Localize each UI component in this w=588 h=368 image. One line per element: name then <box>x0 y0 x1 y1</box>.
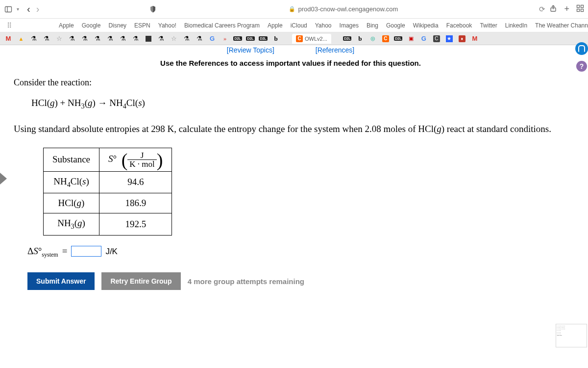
forward-button[interactable]: › <box>36 3 40 15</box>
answer-row: ΔS°system = J/K <box>27 244 567 259</box>
bookmark-item[interactable]: Yahoo <box>315 22 332 29</box>
apps-grid-icon[interactable]: ⠿ <box>7 22 12 29</box>
bookmark-item[interactable]: Disney <box>108 22 126 29</box>
table-header-entropy: S° (JK · mol) <box>99 148 172 171</box>
tab[interactable]: ★ <box>444 34 455 44</box>
tab[interactable] <box>79 34 90 44</box>
url-text: prod03-cnow-owl.cengagenow.com <box>298 5 398 13</box>
table-row: HCl(g) 186.9 <box>44 193 172 213</box>
entropy-table: Substance S° (JK · mol) NH4Cl(s) 94.6 HC… <box>43 148 172 236</box>
svg-rect-0 <box>5 6 12 12</box>
retry-button[interactable]: Retry Entire Group <box>101 272 180 290</box>
lock-icon: 🔒 <box>289 6 295 12</box>
tab[interactable] <box>156 34 167 44</box>
instruction-text: Use the References to access important v… <box>14 59 567 67</box>
answer-input[interactable] <box>71 246 101 257</box>
bookmark-item[interactable]: Bing <box>367 22 378 29</box>
table-row: NH4Cl(s) 94.6 <box>44 171 172 193</box>
reload-button[interactable]: ⟳ <box>539 5 545 14</box>
tab[interactable] <box>67 34 77 44</box>
user-avatar-icon[interactable] <box>575 42 588 55</box>
bookmark-item[interactable]: Facebook <box>446 22 472 29</box>
tab[interactable]: D2L <box>393 34 404 44</box>
tab[interactable]: ▲ <box>16 34 26 44</box>
tab[interactable] <box>105 34 116 44</box>
review-topics-link[interactable]: [Review Topics] <box>227 46 274 54</box>
tab[interactable]: G <box>207 34 218 44</box>
tab[interactable] <box>143 34 154 44</box>
question-prompt: Using standard absolute entropies at 298… <box>14 122 567 136</box>
svg-rect-6 <box>581 9 584 11</box>
sidebar-toggle-icon[interactable] <box>4 5 13 14</box>
tab[interactable] <box>181 34 192 44</box>
new-tab-icon[interactable]: + <box>564 4 569 14</box>
tab[interactable] <box>28 34 39 44</box>
tab[interactable]: C <box>380 34 391 44</box>
tab[interactable]: ◎ <box>368 34 378 44</box>
browser-toolbar: ▾ ‹ › 🔒 prod03-cnow-owl.cengagenow.com ⟳… <box>0 0 588 19</box>
bookmark-item[interactable]: Biomedical Careers Program <box>184 22 260 29</box>
tab[interactable] <box>130 34 141 44</box>
right-gutter: ? ━━━━━━━━━━━━━━━━ ━━━━━━━━━━━━━━━━━━━ ━… <box>573 45 588 368</box>
tab[interactable]: D2L <box>245 34 256 44</box>
bookmark-item[interactable]: The Weather Channel <box>535 22 588 29</box>
tab[interactable] <box>41 34 52 44</box>
help-icon[interactable]: ? <box>576 61 587 72</box>
tabs-overview-icon[interactable] <box>576 4 584 14</box>
tab[interactable] <box>92 34 103 44</box>
attempts-remaining: 4 more group attempts remaining <box>188 277 304 286</box>
tab[interactable] <box>169 34 179 44</box>
tab[interactable]: D2L <box>232 34 243 44</box>
svg-rect-5 <box>577 9 580 11</box>
tab[interactable] <box>118 34 128 44</box>
top-links: [Review Topics] [References] <box>14 45 567 54</box>
back-button[interactable]: ‹ <box>27 3 30 15</box>
table-header-substance: Substance <box>44 148 99 171</box>
tab[interactable] <box>194 34 205 44</box>
bookmark-item[interactable]: ESPN <box>134 22 150 29</box>
nav-arrows: ‹ › <box>27 3 39 15</box>
tab[interactable]: C <box>431 34 442 44</box>
bookmark-item[interactable]: LinkedIn <box>505 22 527 29</box>
tab[interactable]: D2L <box>342 34 353 44</box>
submit-button[interactable]: Submit Answer <box>27 272 95 290</box>
chevron-down-icon[interactable]: ▾ <box>17 6 19 12</box>
bookmark-item[interactable]: Apple <box>268 22 283 29</box>
equals-sign: = <box>62 244 68 259</box>
tab[interactable]: b <box>270 34 281 44</box>
share-icon[interactable] <box>549 4 557 14</box>
bookmark-item[interactable]: Images <box>340 22 359 29</box>
reaction-equation: HCl(g) + NH3(g) → NH4Cl(s) <box>31 96 567 111</box>
tab[interactable]: M <box>469 34 480 44</box>
bookmark-item[interactable]: Twitter <box>480 22 497 29</box>
answer-unit: J/K <box>105 245 118 258</box>
tab[interactable]: b <box>355 34 366 44</box>
bookmark-item[interactable]: Google <box>82 22 101 29</box>
left-gutter <box>0 45 9 368</box>
tab[interactable]: M <box>3 34 14 44</box>
tab[interactable]: G <box>418 34 429 44</box>
page-thumbnail[interactable]: ━━━━━━━━━━━━━━━━ ━━━━━━━━━━━━━━━━━━━ ━━━… <box>556 324 587 347</box>
tab[interactable] <box>54 34 65 44</box>
tab-strip: M ▲ G » D2L D2L D2L b COWLv2... D2L b ◎ … <box>0 32 588 45</box>
privacy-shield-icon[interactable] <box>149 5 157 13</box>
delta-s-label: ΔS°system <box>27 244 58 259</box>
tab[interactable]: ♦ <box>457 34 467 44</box>
bookmarks-bar: ⠿ Apple Google Disney ESPN Yahoo! Biomed… <box>0 19 588 32</box>
table-row: NH3(g) 192.5 <box>44 213 172 235</box>
tab[interactable]: ▣ <box>406 34 416 44</box>
button-row: Submit Answer Retry Entire Group 4 more … <box>27 272 567 290</box>
bookmark-item[interactable]: Google <box>386 22 405 29</box>
bookmark-item[interactable]: Wikipedia <box>413 22 439 29</box>
address-bar[interactable]: 🔒 prod03-cnow-owl.cengagenow.com <box>161 5 525 13</box>
tab-active[interactable]: COWLv2... <box>292 34 331 44</box>
svg-rect-3 <box>577 5 580 7</box>
bookmark-item[interactable]: Yahoo! <box>158 22 176 29</box>
expand-arrow-icon[interactable] <box>0 173 7 184</box>
tab[interactable]: » <box>220 34 230 44</box>
tab[interactable]: D2L <box>258 34 269 44</box>
references-link[interactable]: [References] <box>316 46 354 54</box>
consider-text: Consider the reaction: <box>14 76 567 89</box>
bookmark-item[interactable]: iCloud <box>291 22 307 29</box>
bookmark-item[interactable]: Apple <box>59 22 74 29</box>
